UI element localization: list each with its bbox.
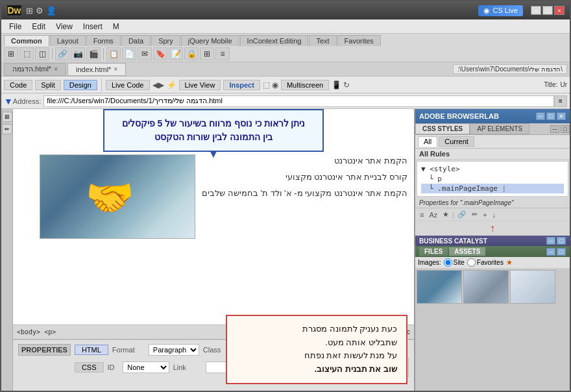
main-content: ⊞ ✏ ניתן לראות כי נוסף מרווח בשיעור של 5… xyxy=(1,109,570,391)
bc-expand[interactable]: □ xyxy=(557,237,566,245)
sidebar-icon-1[interactable]: ⊞ xyxy=(2,112,12,122)
format-select[interactable]: Paragraph xyxy=(149,344,199,356)
refresh-icon[interactable]: ↻ xyxy=(343,80,350,90)
mobile-icon[interactable]: 📱 xyxy=(332,80,341,90)
tb-icon-8[interactable]: 📄 xyxy=(122,47,136,60)
fa-expand[interactable]: □ xyxy=(557,248,566,256)
live-view-button[interactable]: Live View xyxy=(179,80,221,90)
close-button[interactable]: × xyxy=(554,6,565,15)
address-input[interactable] xyxy=(43,95,554,107)
sidebar-icon-2[interactable]: ✏ xyxy=(2,124,12,134)
thumbnail-3[interactable] xyxy=(510,270,555,304)
tab-favorites[interactable]: Favorites xyxy=(337,35,381,46)
tooltip-bottom-line4: שוב את תבנית העיצוב. xyxy=(236,363,397,376)
rp-minimize[interactable]: ─ xyxy=(536,112,545,120)
tb-icon-4[interactable]: 🔗 xyxy=(55,47,69,60)
tb-icon-9[interactable]: ✉ xyxy=(138,47,152,60)
menu-edit[interactable]: Edit xyxy=(27,21,51,32)
assets-tab[interactable]: ASSETS xyxy=(449,247,485,256)
tb-icon-13[interactable]: ⊞ xyxy=(200,47,214,60)
properties-for-label: Properties for ".mainPageImage" xyxy=(415,198,570,208)
css-styles-panel: CSS STYLES AP ELEMENTS ─ □ All Current A… xyxy=(415,123,570,221)
fa-controls: ─ □ xyxy=(546,248,566,256)
minimize-button[interactable]: ─ xyxy=(531,6,541,15)
tb-icon-7[interactable]: 📋 xyxy=(106,47,121,60)
rule-style[interactable]: ▼ <style> xyxy=(421,164,564,174)
tab-incontext[interactable]: InContext Editing xyxy=(240,35,309,46)
fa-minimize[interactable]: ─ xyxy=(546,248,555,256)
thumbnail-2[interactable] xyxy=(463,270,509,304)
tb-icon-10[interactable]: 🔖 xyxy=(153,47,167,60)
rp-close[interactable]: × xyxy=(557,112,566,120)
doc-tab-index-close[interactable]: × xyxy=(114,66,117,73)
person-icon[interactable]: 👤 xyxy=(46,6,56,16)
tb-icon-14[interactable]: ≡ xyxy=(215,47,230,60)
site-radio[interactable] xyxy=(444,258,452,267)
cs-live-badge[interactable]: ◉ CS Live xyxy=(478,5,523,16)
doc-tab-demo[interactable]: הדגמה.html* × xyxy=(4,63,66,76)
rule-mainpageimage[interactable]: └ .mainPageImage | xyxy=(421,184,564,193)
doc-tab-demo-close[interactable]: × xyxy=(54,66,58,73)
prop-icon-list[interactable]: ≡ xyxy=(418,210,426,219)
link-label: Link xyxy=(173,363,202,371)
bc-minimize[interactable]: ─ xyxy=(546,237,555,245)
css-minimize[interactable]: ─ xyxy=(550,125,559,133)
tab-layout[interactable]: Layout xyxy=(50,35,86,46)
code-button[interactable]: Code xyxy=(4,80,32,90)
tab-spry[interactable]: Spry xyxy=(151,35,180,46)
doc-tab-index[interactable]: index.html* × xyxy=(67,63,126,76)
dw-logo: Dw xyxy=(6,5,22,16)
properties-title: PROPERTIES xyxy=(18,344,71,356)
menu-view[interactable]: View xyxy=(51,21,78,32)
maximize-button[interactable]: □ xyxy=(542,6,553,15)
menu-insert[interactable]: Insert xyxy=(78,21,108,32)
tb-icon-6[interactable]: 🎬 xyxy=(86,47,101,60)
html-button[interactable]: HTML xyxy=(75,345,108,355)
tab-text[interactable]: Text xyxy=(309,35,336,46)
tab-forms[interactable]: Forms xyxy=(86,35,121,46)
rule-p[interactable]: └ p xyxy=(421,174,564,184)
split-button[interactable]: Split xyxy=(35,80,60,90)
prop-icon-plus[interactable]: + xyxy=(481,210,489,219)
business-catalyst-bar: BUSINESS CATALYST ─ □ xyxy=(415,236,570,246)
tb-icon-3[interactable]: ◫ xyxy=(35,47,49,60)
tb-icon-1[interactable]: ⊞ xyxy=(4,47,18,60)
prop-icon-chain[interactable]: 🔗 xyxy=(456,210,468,219)
cursor-indicator: | xyxy=(502,184,507,193)
address-go-button[interactable]: ≡ xyxy=(554,95,567,107)
tab-data[interactable]: Data xyxy=(121,35,151,46)
prop-icon-pencil[interactable]: ✏ xyxy=(470,210,480,219)
all-tab[interactable]: All xyxy=(418,136,437,147)
tab-common[interactable]: Common xyxy=(4,35,49,46)
multiscreen-button[interactable]: Multiscreen xyxy=(281,80,329,90)
tb-icon-5[interactable]: 📷 xyxy=(71,47,85,60)
css-button[interactable]: CSS xyxy=(75,362,104,373)
ap-elements-tab[interactable]: AP ELEMENTS xyxy=(470,123,529,134)
id-label: ID xyxy=(108,363,119,371)
id-select[interactable]: None xyxy=(123,361,169,373)
tb-icon-11[interactable]: 📝 xyxy=(169,47,183,60)
inspect-button[interactable]: Inspect xyxy=(223,80,260,90)
css-expand[interactable]: □ xyxy=(561,125,570,133)
menu-file[interactable]: File xyxy=(4,21,27,32)
favorites-radio-input[interactable] xyxy=(467,258,476,267)
live-code-icon: ◀▶ xyxy=(152,80,164,90)
menu-more[interactable]: M xyxy=(108,21,125,32)
thumbnail-1[interactable] xyxy=(417,270,462,304)
live-code-button[interactable]: Live Code xyxy=(106,80,150,90)
current-tab[interactable]: Current xyxy=(439,136,474,147)
files-tab[interactable]: FILES xyxy=(419,247,448,256)
prop-icon-az[interactable]: Az xyxy=(427,210,439,219)
prop-icon-star[interactable]: ★ xyxy=(441,210,451,219)
settings-icon[interactable]: ⚙ xyxy=(36,6,43,16)
css-styles-tab[interactable]: CSS STYLES xyxy=(415,123,470,134)
title-bar-right: ◉ CS Live ─ □ × xyxy=(478,5,565,16)
rp-expand[interactable]: □ xyxy=(546,112,555,120)
grid-icon[interactable]: ⊞ xyxy=(26,6,33,16)
tb-icon-12[interactable]: 🔒 xyxy=(184,47,199,60)
tab-jquery[interactable]: jQuery Mobile xyxy=(181,35,239,46)
prop-icon-arrow[interactable]: ↓ xyxy=(491,210,498,219)
bc-controls: ─ □ xyxy=(546,237,566,245)
tb-icon-2[interactable]: ⬚ xyxy=(19,47,34,60)
design-button[interactable]: Design xyxy=(64,80,97,90)
